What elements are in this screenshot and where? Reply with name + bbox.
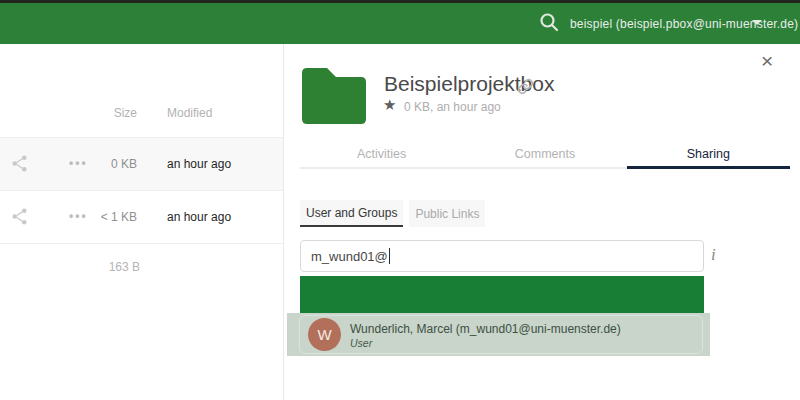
file-modified: an hour ago xyxy=(167,210,231,224)
chevron-down-icon[interactable] xyxy=(752,20,762,25)
details-tabs: Activities Comments Sharing xyxy=(300,144,790,169)
more-options-icon[interactable]: ••• xyxy=(69,156,88,170)
avatar: W xyxy=(308,318,341,351)
share-recipient-input[interactable]: m_wund01@ xyxy=(300,240,704,272)
file-modified: an hour ago xyxy=(167,157,231,171)
favorite-star-icon[interactable]: ★ xyxy=(383,96,396,114)
app-window: beispiel (beispiel.pbox@uni-muenster.de)… xyxy=(0,0,800,400)
folder-total-size: 163 B xyxy=(95,260,140,274)
suggestion-type-label: User xyxy=(350,337,372,349)
table-row[interactable]: ••• 0 KB an hour ago xyxy=(0,138,283,190)
info-icon[interactable]: i xyxy=(711,245,716,265)
file-size: 0 KB xyxy=(95,157,137,171)
search-icon[interactable] xyxy=(539,12,559,32)
file-size: < 1 KB xyxy=(95,210,137,224)
text-cursor xyxy=(389,248,390,264)
suggestion-display-name: Wunderlich, Marcel (m_wund01@uni-muenste… xyxy=(350,322,621,336)
folder-icon xyxy=(302,66,366,124)
share-input-value: m_wund01@ xyxy=(311,249,388,264)
more-options-icon[interactable]: ••• xyxy=(69,209,88,223)
divider xyxy=(0,243,283,244)
link-icon[interactable] xyxy=(517,78,534,95)
column-header-size[interactable]: Size xyxy=(95,106,137,120)
user-account-menu[interactable]: beispiel (beispiel.pbox@uni-muenster.de) xyxy=(570,17,798,31)
table-row[interactable]: ••• < 1 KB an hour ago xyxy=(0,191,283,243)
tab-comments[interactable]: Comments xyxy=(463,144,626,169)
sharing-subtabs: User and Groups Public Links xyxy=(300,200,491,227)
tab-sharing[interactable]: Sharing xyxy=(627,144,790,169)
autocomplete-suggestion[interactable]: W Wunderlich, Marcel (m_wund01@uni-muens… xyxy=(299,315,703,354)
tab-activities[interactable]: Activities xyxy=(300,144,463,169)
share-icon[interactable] xyxy=(10,154,29,173)
share-icon[interactable] xyxy=(10,207,29,226)
autocomplete-highlight-bar[interactable] xyxy=(300,276,704,313)
close-icon[interactable]: × xyxy=(761,50,773,71)
folder-meta: 0 KB, an hour ago xyxy=(404,100,501,114)
panel-separator xyxy=(283,44,284,400)
subtab-user-and-groups[interactable]: User and Groups xyxy=(300,200,403,227)
subtab-public-links[interactable]: Public Links xyxy=(409,200,485,227)
column-header-modified[interactable]: Modified xyxy=(167,106,212,120)
